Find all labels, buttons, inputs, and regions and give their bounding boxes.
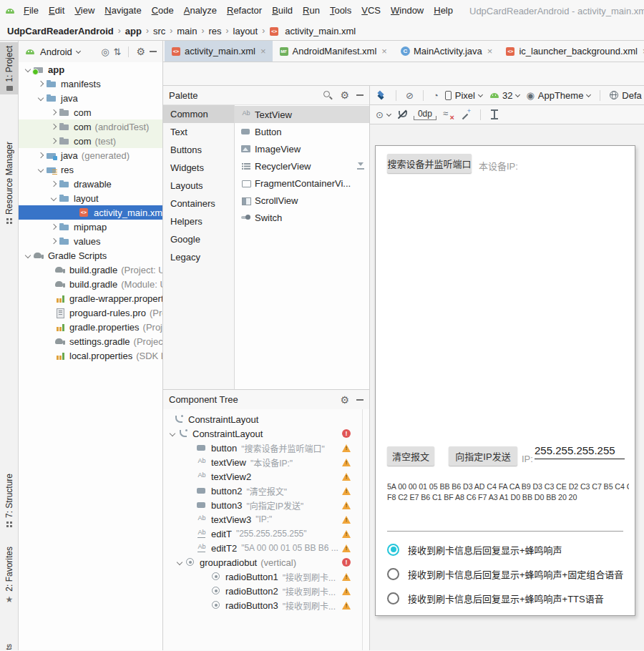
tool-stripe-favorites-tab[interactable]: 2: Favorites ★ xyxy=(0,543,19,607)
tree-chevron-icon[interactable] xyxy=(49,236,59,246)
component-tree-row[interactable]: radioButton3 "接收到刷卡... xyxy=(163,598,369,612)
tree-chevron-icon[interactable] xyxy=(36,79,46,89)
component-tree-row[interactable]: textView3 "IP:" xyxy=(163,512,369,527)
tree-chevron-icon[interactable] xyxy=(186,543,196,553)
palette-category[interactable]: Widgets xyxy=(163,159,234,177)
breadcrumb-item[interactable]: src xyxy=(153,26,165,36)
tree-chevron-icon[interactable] xyxy=(167,429,177,439)
palette-item[interactable]: RecyclerView xyxy=(235,157,369,175)
preview-ip-label[interactable]: IP: xyxy=(522,454,533,464)
preview-radio-option[interactable]: 接收到刷卡信息后回复显示+蜂鸣响声 xyxy=(387,541,628,558)
project-tree-row[interactable]: proguard-rules.pro (Pro xyxy=(19,305,162,320)
project-tree-row[interactable]: res xyxy=(19,162,162,177)
tree-chevron-icon[interactable] xyxy=(23,250,33,260)
tree-chevron-icon[interactable] xyxy=(49,122,59,132)
preview-device-ip-label[interactable]: 本设备IP: xyxy=(479,159,518,172)
tree-chevron-icon[interactable] xyxy=(186,529,196,539)
lint-badge[interactable] xyxy=(342,459,351,466)
palette-category[interactable]: Text xyxy=(163,123,234,141)
palette-category[interactable]: Legacy xyxy=(163,248,234,266)
palette-item[interactable]: ImageView xyxy=(235,140,369,157)
tree-chevron-icon[interactable] xyxy=(36,165,46,175)
clipped-tab-label[interactable]: ts xyxy=(4,644,13,650)
menu-item[interactable]: Run xyxy=(298,0,325,21)
download-icon[interactable] xyxy=(355,160,366,172)
lint-badge[interactable] xyxy=(342,544,351,552)
lint-badge[interactable] xyxy=(342,444,351,452)
component-tree-gear-icon[interactable]: ⚙ xyxy=(340,395,349,405)
design-surface-selector[interactable] xyxy=(376,90,386,100)
menu-item[interactable]: File xyxy=(19,0,44,21)
project-tree-row[interactable]: gradle-wrapper.properti xyxy=(19,291,162,305)
lint-badge[interactable] xyxy=(342,501,351,509)
component-tree-row[interactable]: groupradiobut (vertical) xyxy=(163,555,369,569)
lint-badge[interactable] xyxy=(342,573,351,581)
tree-chevron-icon[interactable] xyxy=(186,471,196,481)
editor-tab[interactable]: AndroidManifest.xml × xyxy=(273,41,394,62)
project-tree-row[interactable]: settings.gradle (Project S xyxy=(19,334,162,348)
project-tree-row[interactable]: gradle.properties (Projec xyxy=(19,320,162,334)
project-tree-row[interactable]: com xyxy=(19,105,162,119)
breadcrumb-item[interactable]: UdpCardReaderAndroid xyxy=(7,26,114,36)
tree-chevron-icon[interactable] xyxy=(69,207,79,217)
guideline-icon[interactable] xyxy=(490,109,499,119)
editor-tab[interactable]: ic_launcher_background.xml × xyxy=(499,41,644,62)
close-tab-icon[interactable]: × xyxy=(260,46,266,57)
palette-category[interactable]: Helpers xyxy=(163,212,234,230)
component-tree-row[interactable]: editT2 "5A 00 00 01 05 BB B6 ... xyxy=(163,541,369,555)
tree-chevron-icon[interactable] xyxy=(44,279,54,289)
tree-chevron-icon[interactable] xyxy=(44,265,54,275)
tree-chevron-icon[interactable] xyxy=(36,150,46,160)
lint-badge[interactable] xyxy=(342,429,351,438)
close-tab-icon[interactable]: × xyxy=(487,46,493,57)
component-tree-row[interactable]: ConstraintLayout xyxy=(163,426,369,441)
tree-chevron-icon[interactable] xyxy=(49,136,59,146)
menu-item[interactable]: Help xyxy=(429,0,458,21)
radio-circle-icon[interactable] xyxy=(387,544,399,556)
tree-chevron-icon[interactable] xyxy=(44,351,54,361)
night-mode-icon[interactable]: ◔ xyxy=(433,90,439,101)
tree-chevron-icon[interactable] xyxy=(44,322,54,332)
component-tree-row[interactable]: editT "255.255.255.255" xyxy=(163,527,369,541)
tool-stripe-resource-manager-tab[interactable]: Resource Manager xyxy=(0,138,19,227)
tree-chevron-icon[interactable] xyxy=(186,486,196,496)
project-tree-row[interactable]: layout xyxy=(19,191,162,205)
lint-badge[interactable] xyxy=(342,487,351,495)
palette-item[interactable]: Switch xyxy=(235,209,369,226)
lint-badge[interactable] xyxy=(342,587,351,595)
project-tree-row[interactable]: com (test) xyxy=(19,134,162,148)
tree-chevron-icon[interactable] xyxy=(200,572,210,582)
menu-item[interactable]: Window xyxy=(386,0,429,21)
locale-selector[interactable]: Defa xyxy=(610,90,641,101)
hide-project-panel-button[interactable] xyxy=(150,51,157,52)
radio-circle-icon[interactable] xyxy=(387,592,399,604)
autoconnect-off-icon[interactable] xyxy=(397,109,407,119)
project-tree-row[interactable]: activity_main.xml xyxy=(19,205,162,220)
editor-tab[interactable]: MainActivity.java × xyxy=(394,41,499,62)
preview-clear-button[interactable]: 清空报文 xyxy=(387,446,434,466)
tree-chevron-icon[interactable] xyxy=(44,308,54,318)
hide-component-tree-button[interactable] xyxy=(356,399,364,401)
menu-item[interactable]: Navigate xyxy=(99,0,146,21)
project-settings-gear-icon[interactable]: ⚙ xyxy=(136,46,145,57)
menu-item[interactable]: Build xyxy=(267,0,298,21)
palette-category[interactable]: Layouts xyxy=(163,177,234,195)
scrollbar-track[interactable] xyxy=(362,409,363,650)
orientation-icon[interactable]: ⊘ xyxy=(406,90,414,101)
breadcrumb-file[interactable]: activity_main.xml xyxy=(269,26,356,36)
tree-chevron-icon[interactable] xyxy=(49,179,59,189)
project-view-selector[interactable]: Android xyxy=(40,46,72,57)
tree-chevron-icon[interactable] xyxy=(44,336,54,346)
tree-chevron-icon[interactable] xyxy=(186,443,196,453)
hide-palette-button[interactable] xyxy=(356,94,364,96)
menu-item[interactable]: Edit xyxy=(44,0,69,21)
component-tree-row[interactable]: ConstraintLayout xyxy=(163,412,369,426)
palette-category[interactable]: Buttons xyxy=(163,141,234,159)
default-margin-selector[interactable]: 0dp xyxy=(414,109,436,120)
palette-search-icon[interactable] xyxy=(323,90,333,100)
project-tree-row[interactable]: java xyxy=(19,91,162,105)
api-version-selector[interactable]: 32 xyxy=(489,89,519,101)
breadcrumb-item[interactable]: res xyxy=(208,26,221,36)
collapse-all-button[interactable]: ⇅ xyxy=(114,46,122,57)
menu-item[interactable]: VCS xyxy=(356,0,386,21)
